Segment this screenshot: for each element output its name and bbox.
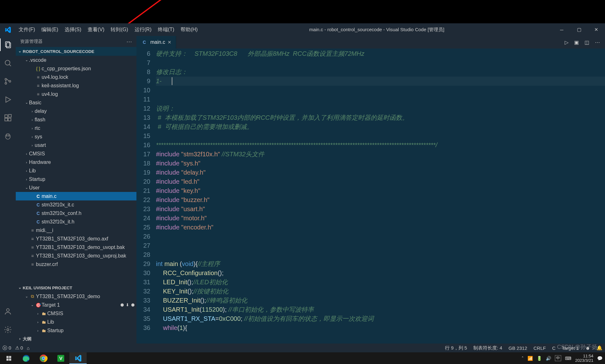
keil-tree: ⌄⧉YT32B1_STM32F103_demo⌄🎯Target 1⬢⬇⬢›🖿CM…: [16, 292, 136, 335]
svg-point-10: [5, 134, 10, 139]
titlebar: 文件(F)编辑(E)选择(S)查看(V)转到(G)运行(R)终端(T)帮助(H)…: [0, 23, 605, 36]
tree-folder[interactable]: ›rtc: [16, 124, 136, 132]
tray-wifi-icon[interactable]: 📶: [527, 356, 533, 361]
status-errors[interactable]: ⓧ 0: [3, 345, 11, 351]
keil-download-icon[interactable]: ⬇: [126, 303, 129, 307]
tree-folder[interactable]: ›Lib: [16, 166, 136, 175]
keil-item[interactable]: ⌄⧉YT32B1_STM32F103_demo: [16, 292, 136, 301]
tray-ime[interactable]: 中: [555, 355, 561, 361]
keil-item[interactable]: ›🖿Startup: [16, 326, 136, 335]
platformio-icon[interactable]: [0, 130, 16, 142]
tree-file[interactable]: ≡uv4.log: [16, 90, 136, 98]
menu-item[interactable]: 查看(V): [85, 26, 107, 33]
vscode-taskbar-icon[interactable]: [69, 352, 87, 364]
tree-file[interactable]: Cstm32f10x_conf.h: [16, 209, 136, 217]
tray-volume-icon[interactable]: 🔊: [546, 356, 551, 361]
status-tabsize[interactable]: 制表符长度: 4: [473, 345, 502, 351]
sidebar-more-icon[interactable]: ⋯: [126, 38, 132, 45]
menu-item[interactable]: 运行(R): [132, 26, 154, 33]
vim-icon[interactable]: V: [52, 352, 69, 364]
extensions-icon[interactable]: [0, 112, 16, 124]
start-button[interactable]: [0, 352, 17, 364]
run-debug-icon[interactable]: [0, 93, 16, 106]
search-icon[interactable]: [0, 57, 16, 69]
minimize-button[interactable]: ─: [553, 23, 570, 36]
tree-folder[interactable]: ›CMSIS: [16, 149, 136, 158]
tree-file[interactable]: ≡uv4.log.lock: [16, 73, 136, 81]
accounts-icon[interactable]: [0, 305, 16, 318]
tree-file[interactable]: ≡YT32B1_STM32F103_demo.axf: [16, 234, 136, 243]
activity-bar: [0, 36, 16, 344]
status-eol[interactable]: CRLF: [533, 345, 546, 351]
settings-gear-icon[interactable]: [0, 323, 16, 336]
tree-file[interactable]: ≡keil-assistant.log: [16, 81, 136, 90]
window-title: main.c - robot_control_sourcecode - Visu…: [200, 27, 553, 33]
split-editor-icon[interactable]: ◫: [585, 39, 589, 45]
tree-folder[interactable]: ⌄User: [16, 183, 136, 192]
keil-build-icon[interactable]: ⬢: [120, 303, 124, 307]
tree-file[interactable]: ≡YT32B1_STM32F103_demo_uvproj.bak: [16, 251, 136, 260]
tree-file[interactable]: ≡buzzer.crf: [16, 260, 136, 269]
explorer-icon[interactable]: [0, 38, 16, 51]
svg-rect-18: [9, 358, 11, 361]
chrome-icon[interactable]: [35, 352, 52, 364]
run-icon[interactable]: ▷: [565, 39, 568, 45]
workspace-header[interactable]: ⌄ROBOT_CONTROL_SOURCECODE: [16, 47, 136, 56]
source-control-icon[interactable]: [0, 75, 16, 88]
status-encoding[interactable]: GB 2312: [509, 345, 527, 351]
tray-chevron-icon[interactable]: ˄: [521, 356, 524, 361]
tree-folder[interactable]: ›usart: [16, 141, 136, 149]
tab-close-icon[interactable]: ✕: [168, 40, 171, 45]
editor-area: C main.c ✕ ▷ ▣ ◫ ⋯ 678910111213141516171…: [136, 36, 605, 344]
status-language[interactable]: C: [552, 345, 556, 351]
menu-item[interactable]: 文件(F): [16, 26, 38, 33]
tree-file[interactable]: Cstm32f10x_it.h: [16, 217, 136, 226]
code-content[interactable]: 硬件支持： STM32F103C8 外部晶振8MHz RCC函数设置主频72MH…: [156, 49, 605, 344]
tree-file[interactable]: Cstm32f10x_it.c: [16, 200, 136, 209]
outline-header[interactable]: ›大纲: [16, 335, 136, 344]
tab-main-c[interactable]: C main.c ✕: [136, 36, 176, 49]
status-home-icon[interactable]: ⌂: [27, 345, 30, 351]
svg-point-13: [7, 309, 9, 311]
maximize-button[interactable]: ▢: [570, 23, 588, 36]
svg-rect-6: [5, 115, 8, 118]
file-tree: ⌄.vscode{ }c_cpp_properties.json≡uv4.log…: [16, 56, 136, 283]
tray-notifications-icon[interactable]: 💬: [597, 356, 602, 361]
keil-item[interactable]: ›🖿CMSIS: [16, 309, 136, 318]
tree-file[interactable]: { }c_cpp_properties.json: [16, 64, 136, 73]
edge-icon[interactable]: [17, 352, 35, 364]
tree-file[interactable]: ≡YT32B1_STM32F103_demo_uvopt.bak: [16, 243, 136, 251]
tray-battery-icon[interactable]: 🔋: [537, 356, 542, 361]
keil-project-header[interactable]: ⌄KEIL UVISION PROJECT: [16, 283, 136, 292]
menu-item[interactable]: 终端(T): [155, 26, 177, 33]
tree-folder[interactable]: ›delay: [16, 107, 136, 115]
editor[interactable]: 6789101112131415161718192021222324252627…: [136, 49, 605, 344]
tray-clock[interactable]: 11:542023/3/21: [575, 354, 593, 363]
menu-item[interactable]: 转到(G): [108, 26, 131, 33]
tree-folder[interactable]: ⌄Basic: [16, 98, 136, 107]
tree-file[interactable]: ≡midi.__i: [16, 226, 136, 234]
keil-rebuild-icon[interactable]: ⬢: [131, 303, 135, 307]
close-button[interactable]: ✕: [588, 23, 605, 36]
tray-keyboard-icon[interactable]: ⌨: [565, 356, 571, 361]
tree-file[interactable]: Cmain.c: [16, 192, 136, 200]
svg-point-2: [5, 60, 10, 65]
menu-item[interactable]: 选择(S): [62, 26, 84, 33]
status-linecol[interactable]: 行 9，列 5: [445, 345, 467, 351]
tree-folder[interactable]: ›flash: [16, 115, 136, 124]
svg-rect-8: [8, 118, 11, 121]
tree-folder[interactable]: ›sys: [16, 132, 136, 141]
tree-folder[interactable]: ›Startup: [16, 175, 136, 183]
sidebar: 资源管理器⋯ ⌄ROBOT_CONTROL_SOURCECODE ⌄.vscod…: [16, 36, 136, 344]
tree-folder[interactable]: ›Hardware: [16, 158, 136, 166]
tree-folder[interactable]: ⌄.vscode: [16, 56, 136, 64]
more-actions-icon[interactable]: ⋯: [595, 39, 600, 45]
new-file-icon[interactable]: ▣: [574, 39, 579, 45]
keil-item[interactable]: ›🖿Lib: [16, 318, 136, 326]
c-file-icon: C: [141, 40, 148, 45]
keil-item[interactable]: ⌄🎯Target 1⬢⬇⬢: [16, 301, 136, 309]
vscode-logo-icon: [0, 26, 16, 33]
menu-item[interactable]: 编辑(E): [38, 26, 61, 33]
menu-item[interactable]: 帮助(H): [178, 26, 200, 33]
status-warnings[interactable]: ⚠ 0: [15, 345, 23, 351]
